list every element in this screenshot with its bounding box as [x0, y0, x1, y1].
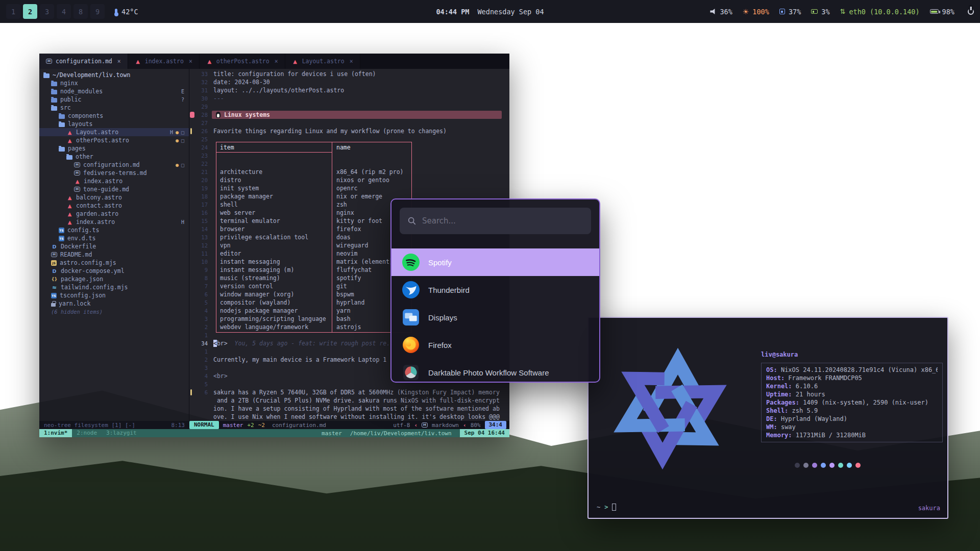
- fastfetch-info: liv@sakura OS: NixOS 24.11.20240828.71e9…: [761, 350, 943, 442]
- close-icon[interactable]: ×: [117, 58, 121, 65]
- tree-item[interactable]: MREADME.md: [39, 251, 189, 259]
- power-icon[interactable]: [968, 9, 974, 15]
- cursor-block: <: [213, 340, 217, 347]
- tree-item-label: tone-guide.md: [83, 186, 129, 193]
- tree-item[interactable]: ▲Layout.astroH●□: [39, 128, 189, 136]
- tab-index.astro[interactable]: ▲index.astro×: [128, 54, 200, 69]
- tree-item[interactable]: ▲contact.astro: [39, 202, 189, 210]
- tree-item[interactable]: ≈tailwind.config.mjs: [39, 283, 189, 291]
- module-brightness[interactable]: ☀100%: [743, 8, 769, 16]
- tree-item[interactable]: TSenv.d.ts: [39, 234, 189, 242]
- tree-item[interactable]: ▲otherPost.astro●□: [39, 136, 189, 144]
- module-value: 36%: [720, 8, 732, 16]
- tmux-bar: 1:nvim*2:node3:lazygit master /home/liv/…: [39, 429, 509, 437]
- workspace-3[interactable]: 3: [40, 4, 54, 19]
- folder-icon: [51, 90, 57, 94]
- tree-item[interactable]: ~/Development/liv.town: [39, 71, 189, 79]
- launcher-item-firefox[interactable]: Firefox: [391, 331, 599, 359]
- fetch-value: sway: [777, 423, 796, 431]
- tree-item[interactable]: Mtone-guide.md: [39, 185, 189, 193]
- table-cell-item: programming/scripting language: [220, 315, 326, 323]
- fetch-value: zsh 5.9: [788, 407, 818, 414]
- launcher-item-label: Spotify: [428, 258, 452, 267]
- tmux-window[interactable]: 2:node: [72, 429, 102, 437]
- palette-dot: [821, 463, 826, 468]
- temperature-value: 42°C: [121, 8, 138, 16]
- tree-item[interactable]: node_modulesE: [39, 87, 189, 95]
- tmux-datetime: Sep 04 16:44: [460, 429, 509, 437]
- workspace-9[interactable]: 9: [90, 4, 105, 19]
- workspace-8[interactable]: 8: [74, 4, 88, 19]
- tree-item[interactable]: (6 hidden items): [39, 308, 189, 316]
- tmux-window[interactable]: 1:nvim*: [39, 429, 72, 437]
- editor-line: 26Favorite things regarding Linux and my…: [189, 127, 509, 135]
- table-cell-name: bash: [336, 315, 351, 323]
- tmux-window[interactable]: 3:lazygit: [102, 429, 141, 437]
- shell-prompt[interactable]: ~ >: [597, 504, 616, 511]
- tree-item[interactable]: Mfediverse-terms.md: [39, 169, 189, 177]
- launcher-item-thunderbird[interactable]: Thunderbird: [391, 276, 599, 304]
- tree-item-label: env.d.ts: [67, 235, 95, 242]
- tab-label: Layout.astro: [302, 58, 345, 65]
- workspace-4[interactable]: 4: [57, 4, 71, 19]
- tree-item[interactable]: {}package.json: [39, 275, 189, 283]
- cursor-line-text: <br> You, 5 days ago - feat: write rough…: [213, 339, 397, 347]
- tree-item[interactable]: Mconfiguration.md●□: [39, 161, 189, 169]
- line-number: 21: [189, 168, 208, 176]
- module-network[interactable]: ⇅eth0 (10.0.0.140): [840, 8, 920, 16]
- tree-item[interactable]: ▲balcony.astro: [39, 193, 189, 202]
- workspace-2[interactable]: 2: [23, 4, 37, 19]
- line-text: title: configuration for devices i use (…: [213, 70, 376, 78]
- tab-Layout.astro[interactable]: ▲Layout.astro×: [285, 54, 360, 69]
- tree-item[interactable]: DDockerfile: [39, 242, 189, 251]
- line-text: layout: ../../layouts/otherPost.astro: [213, 86, 344, 94]
- launcher-item-spotify[interactable]: Spotify: [391, 248, 599, 276]
- fetch-row: Kernel: 6.10.6: [766, 382, 938, 390]
- tree-item[interactable]: ▲index.astroH: [39, 218, 189, 226]
- launcher-item-displays[interactable]: Displays: [391, 304, 599, 331]
- tree-item[interactable]: ▲garden.astro: [39, 210, 189, 218]
- workspace-1[interactable]: 1: [6, 4, 20, 19]
- darktable-icon: [402, 364, 420, 381]
- fetch-value: 11731MiB / 31280MiB: [792, 432, 866, 439]
- module-battery[interactable]: 98%: [930, 8, 954, 16]
- tree-item[interactable]: src: [39, 104, 189, 112]
- file-tree[interactable]: ~/Development/liv.townnginxnode_modulesE…: [39, 69, 189, 421]
- tree-item[interactable]: ▲index.astro: [39, 177, 189, 185]
- tree-item[interactable]: JSastro.config.mjs: [39, 259, 189, 267]
- tree-item[interactable]: public?: [39, 95, 189, 104]
- module-value: eth0 (10.0.0.140): [849, 8, 919, 16]
- line-number: 14: [189, 225, 208, 233]
- line-number: 12: [189, 241, 208, 249]
- tree-item[interactable]: other: [39, 153, 189, 161]
- cpu-icon: [779, 9, 785, 14]
- tree-item[interactable]: layouts: [39, 120, 189, 128]
- tree-item[interactable]: nginx: [39, 79, 189, 87]
- line-number: 2: [189, 356, 208, 364]
- git-sign: [190, 389, 192, 395]
- module-memory[interactable]: 3%: [811, 8, 829, 16]
- tab-configuration.md[interactable]: Mconfiguration.md×: [39, 54, 128, 69]
- search-input[interactable]: Search...: [400, 208, 591, 234]
- module-cpu[interactable]: 37%: [779, 8, 801, 16]
- tree-item[interactable]: TStsconfig.json: [39, 291, 189, 299]
- tree-item[interactable]: Ddocker-compose.yml: [39, 267, 189, 275]
- tree-item[interactable]: yarn.lock: [39, 299, 189, 308]
- module-volume[interactable]: 36%: [710, 8, 732, 16]
- fetch-label: Packages:: [766, 399, 799, 406]
- tree-item-label: balcony.astro: [76, 194, 122, 201]
- table-cell-item: package manager: [220, 192, 273, 201]
- editor-line: ion. I have a setup consisting of Hyprla…: [189, 405, 509, 413]
- displays-icon: [402, 309, 420, 326]
- tab-otherPost.astro[interactable]: ▲otherPost.astro×: [200, 54, 285, 69]
- close-icon[interactable]: ×: [350, 58, 353, 65]
- close-icon[interactable]: ×: [275, 58, 278, 65]
- terminal-window[interactable]: liv@sakura OS: NixOS 24.11.20240828.71e9…: [587, 317, 948, 519]
- tree-item[interactable]: pages: [39, 144, 189, 153]
- tree-item-label: public: [60, 96, 82, 103]
- tree-item[interactable]: components: [39, 112, 189, 120]
- tree-item[interactable]: TSconfig.ts: [39, 226, 189, 234]
- close-icon[interactable]: ×: [189, 58, 192, 65]
- line-text: ---: [213, 94, 224, 103]
- launcher-item-darktable[interactable]: Darktable Photo Workflow Software: [391, 359, 599, 383]
